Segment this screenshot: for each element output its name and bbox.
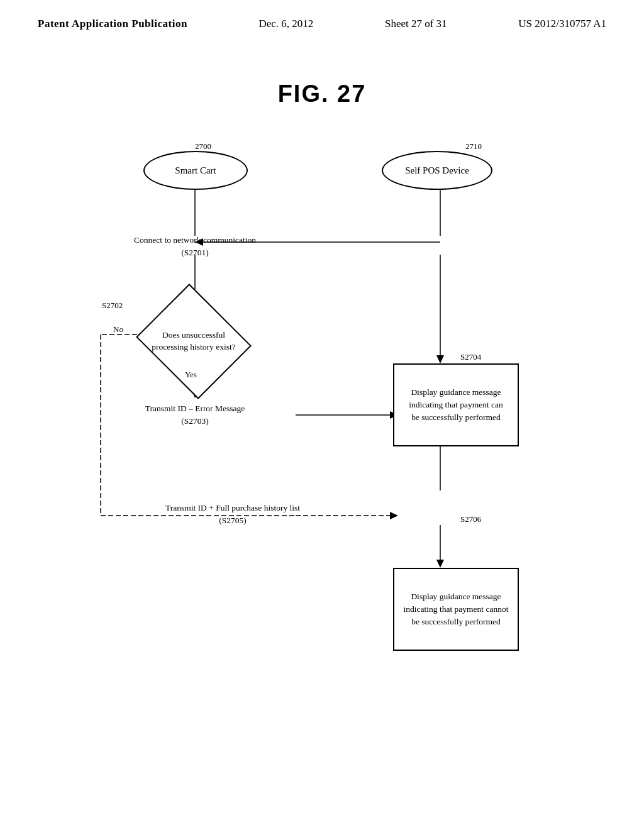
svg-marker-18 (436, 560, 444, 568)
publication-title: Patent Application Publication (38, 18, 187, 30)
self-pos-label: Self POS Device (405, 165, 469, 176)
flowchart-diagram: Smart Cart 2700 Self POS Device 2710 Con… (50, 138, 591, 692)
transmit-full-label: Transmit ID + Full purchase history list… (113, 502, 352, 528)
no-label: No (113, 324, 123, 335)
display-can-box: Display guidance message indicating that… (393, 363, 519, 446)
display-can-text: Display guidance message indicating that… (409, 386, 503, 424)
diamond-text: Does unsuccessfulprocessing history exis… (152, 329, 235, 353)
connect-step-label: Connect to network communication (S2701) (132, 234, 258, 260)
s2704-label: S2704 (460, 352, 481, 362)
figure-title: FIG. 27 (0, 80, 644, 108)
s2706-label: S2706 (460, 514, 481, 524)
svg-marker-9 (436, 355, 444, 363)
smart-cart-label: Smart Cart (175, 165, 216, 176)
sheet-number: Sheet 27 of 31 (385, 18, 447, 30)
smart-cart-node: Smart Cart (143, 151, 248, 190)
yes-label: Yes (185, 370, 197, 380)
transmit-error-label: Transmit ID – Error Message (S2703) (113, 402, 277, 428)
self-pos-id: 2710 (465, 141, 482, 152)
publication-date: Dec. 6, 2012 (258, 18, 313, 30)
display-cannot-box: Display guidance message indicating that… (393, 568, 519, 651)
s2702-label: S2702 (102, 301, 123, 311)
svg-marker-16 (390, 512, 398, 519)
display-cannot-text: Display guidance message indicating that… (404, 590, 509, 629)
self-pos-node: Self POS Device (382, 151, 492, 190)
patent-number: US 2012/310757 A1 (518, 18, 606, 30)
smart-cart-id: 2700 (195, 141, 211, 152)
